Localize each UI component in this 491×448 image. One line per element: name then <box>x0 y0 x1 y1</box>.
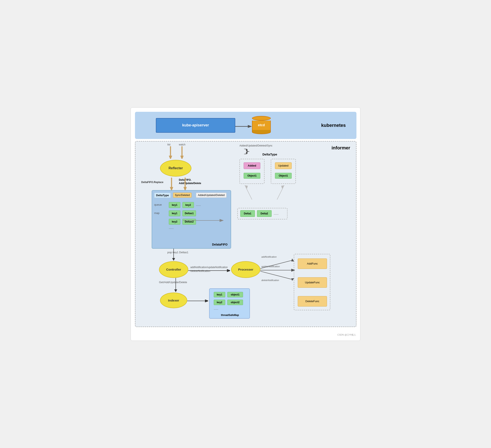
deltafifio-label: DelataFIFO <box>212 243 227 246</box>
svg-marker-11 <box>220 219 224 222</box>
delta2-box: Delta2 <box>257 210 272 217</box>
thread-obj1: object1 <box>227 292 243 297</box>
svg-marker-19 <box>227 269 230 272</box>
watch-arrow <box>180 146 184 159</box>
brace: } <box>244 148 250 154</box>
update-func-box: UpdateFunc <box>298 277 327 288</box>
delete-func-box: DeleteFunc <box>298 296 327 306</box>
delta1-box: Delta1 <box>240 210 255 217</box>
queue-dots: ...... <box>196 203 201 206</box>
map-dots: ...... <box>169 226 174 229</box>
watch-label: watch <box>179 143 185 146</box>
thread-key1: key1 <box>214 292 225 297</box>
deltas2-to-delta-arrow <box>183 217 225 224</box>
svg-line-28 <box>260 271 293 280</box>
svg-line-14 <box>277 187 283 200</box>
updated-card: Updated Object1 <box>271 159 296 184</box>
sync-deleted-box: Sync/Deleted <box>173 193 192 198</box>
deltafifo-replace-label: DeltaFIFO.Replace <box>141 181 163 184</box>
diagram: kubernetes kube-apiserver etcd informer … <box>135 112 357 331</box>
update-notification-label: updateNotification <box>261 265 280 268</box>
reflector-ellipse: Reflecter <box>160 160 191 177</box>
updated-object1: Object1 <box>275 173 292 179</box>
svg-marker-9 <box>183 187 187 190</box>
delta-type-right-label: DeltaType <box>262 153 277 156</box>
added-updated-sync-label: Added/Updated/Deleted/Sync <box>239 144 273 147</box>
processer-ellipse: Processer <box>231 261 260 278</box>
delta-dots: ...... <box>274 212 279 215</box>
svg-marker-29 <box>291 278 294 281</box>
kubernetes-label: kubernetes <box>317 120 350 131</box>
added-card: Added Object1 <box>239 159 264 184</box>
queue-key1: key1 <box>169 202 180 208</box>
delta-to-card-arrows <box>237 183 300 204</box>
kube-apiserver-box: kube-apiserver <box>156 118 235 133</box>
delta-items-row: Delta1 Delta2 ...... <box>237 208 287 219</box>
queue-key2: key2 <box>182 202 194 208</box>
svg-marker-23 <box>205 299 208 302</box>
deltafifo-to-controller-arrow <box>171 249 176 261</box>
indexer-to-threadsafe-arrow <box>187 299 208 303</box>
list-label: list <box>167 143 170 146</box>
etcd-cylinder: etcd <box>252 116 271 135</box>
map-label: map <box>154 211 160 215</box>
added-box: Added <box>244 162 260 169</box>
controller-ellipse: Controller <box>159 261 188 278</box>
updated-box: Updated <box>275 162 292 169</box>
svg-marker-5 <box>180 156 184 159</box>
svg-marker-3 <box>169 156 172 159</box>
delta-type-label: DeltaType <box>154 193 171 198</box>
footer: CSDN @江中船人 <box>135 333 356 336</box>
get-add-label: Get/Add/Update/Delete <box>159 281 187 284</box>
pop-label: pop key1 Deltas1 <box>167 251 188 254</box>
added-object1: Object1 <box>244 173 260 179</box>
svg-marker-7 <box>170 187 173 190</box>
svg-marker-25 <box>291 258 294 261</box>
thread-dots: ...... <box>214 307 218 310</box>
delete-notification-label: deleteNotification <box>261 279 279 281</box>
controller-to-processer-arrow <box>188 268 230 273</box>
thread-key2: key2 <box>214 300 225 305</box>
deltafifo-add-label: DeltaFIFO. Add/Update/Delete <box>179 178 201 185</box>
svg-marker-17 <box>172 258 175 261</box>
map-key2: key2 <box>169 219 180 225</box>
controller-to-indexer-arrow <box>174 278 178 293</box>
map-key1: key1 <box>169 210 180 216</box>
informer-label: informer <box>331 145 350 151</box>
map-deltas1: Deltas1 <box>182 210 196 216</box>
svg-marker-1 <box>248 125 252 128</box>
svg-line-12 <box>246 187 252 200</box>
apiserver-to-etcd-arrow <box>235 123 252 130</box>
add-func-box: AddFunc <box>298 258 327 269</box>
queue-label: queue <box>154 203 162 206</box>
main-container: kubernetes kube-apiserver etcd informer … <box>131 107 360 341</box>
thread-safe-label: threadSafeMap <box>209 314 250 316</box>
thread-safe-map: key1 object1 key2 object2 ...... threadS… <box>209 288 250 319</box>
replace-arrow <box>170 178 174 190</box>
thread-obj2: object2 <box>227 300 243 305</box>
added-updated-deleted-box: Added/Updated/Deleted <box>196 193 227 198</box>
add-notification-label: addNotification <box>261 256 277 258</box>
svg-marker-21 <box>174 289 177 292</box>
add-update-arrow <box>183 178 187 190</box>
list-arrow <box>168 146 173 159</box>
indexer-ellipse: Indexer <box>160 293 187 308</box>
func-area: AddFunc UpdateFunc DeleteFunc <box>294 254 330 310</box>
